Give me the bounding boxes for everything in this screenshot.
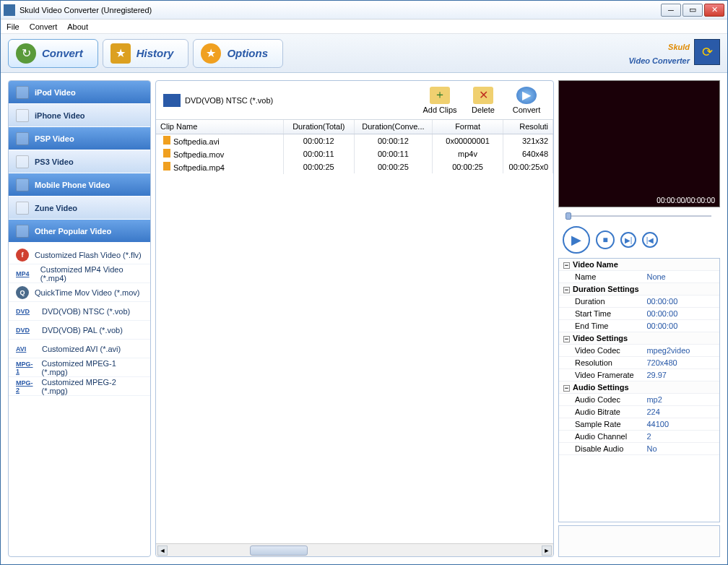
stop-button[interactable]: ■ xyxy=(596,230,615,249)
folder-plus-icon: ＋ xyxy=(430,87,450,104)
header-format[interactable]: Format xyxy=(433,120,503,134)
title-bar: Skuld Video Converter (Unregistered) ─ ▭… xyxy=(1,1,727,20)
tab-options-label: Options xyxy=(227,47,268,59)
format-item[interactable]: DVDDVD(VOB) NTSC (*.vob) xyxy=(9,302,150,321)
sidebar-category[interactable]: Mobile Phone Video xyxy=(9,173,150,197)
video-preview: 00:00:00/00:00:00 xyxy=(558,80,720,207)
property-row[interactable]: Resolution720x480 xyxy=(559,357,719,369)
clip-row[interactable]: Softpedia.mov00:00:1100:00:11mp4v640x48 xyxy=(156,147,553,160)
dvd-icon xyxy=(163,94,181,107)
brand-logo-area: Skuld Video Converter ⟳ xyxy=(628,38,720,66)
file-icon xyxy=(163,162,170,171)
format-item[interactable]: MPG-1Customized MPEG-1 (*.mpg) xyxy=(9,358,150,377)
convert-icon: ↻ xyxy=(16,43,36,64)
prev-button[interactable]: |◀ xyxy=(642,232,658,248)
property-row[interactable]: NameNone xyxy=(559,271,719,283)
property-group[interactable]: −Audio Settings xyxy=(559,381,719,394)
property-row[interactable]: Disable AudioNo xyxy=(559,443,719,455)
brand-text: Skuld Video Converter xyxy=(628,38,690,66)
collapse-icon[interactable]: − xyxy=(563,262,570,269)
scroll-left-arrow[interactable]: ◄ xyxy=(157,545,168,556)
tab-convert-label: Convert xyxy=(42,47,83,59)
device-icon xyxy=(16,225,29,238)
menu-bar: File Convert About xyxy=(1,20,727,34)
convert-button[interactable]: ▶ Convert xyxy=(507,87,546,114)
property-group[interactable]: −Video Name xyxy=(559,259,719,271)
menu-file[interactable]: File xyxy=(6,22,20,31)
header-duration-total[interactable]: Duration(Total) xyxy=(284,120,355,134)
play-button[interactable]: ▶ xyxy=(563,226,590,254)
format-item[interactable]: fCustomized Flash Video (*.flv) xyxy=(9,246,150,264)
file-icon xyxy=(163,149,170,158)
property-row[interactable]: Video Codecmpeg2video xyxy=(559,345,719,357)
clip-panel: DVD(VOB) NTSC (*.vob) ＋ Add Clips ✕ Dele… xyxy=(155,80,554,557)
window-title: Skuld Video Converter (Unregistered) xyxy=(20,6,661,14)
profile-sidebar: iPod VideoiPhone VideoPSP VideoPS3 Video… xyxy=(8,80,151,557)
delete-button[interactable]: ✕ Delete xyxy=(464,87,503,114)
property-row[interactable]: End Time00:00:00 xyxy=(559,320,719,332)
header-duration-converted[interactable]: Duration(Conve... xyxy=(355,120,433,134)
seek-knob[interactable] xyxy=(566,212,571,220)
info-box xyxy=(558,525,720,557)
maximize-button[interactable]: ▭ xyxy=(682,4,703,17)
sidebar-category[interactable]: PS3 Video xyxy=(9,150,150,173)
clip-grid-body: Softpedia.avi00:00:1200:00:120x000000013… xyxy=(156,134,553,543)
scroll-thumb[interactable] xyxy=(250,545,308,556)
tab-options[interactable]: ★ Options xyxy=(193,39,283,68)
property-row[interactable]: Audio Codecmp2 xyxy=(559,394,719,406)
history-icon: ★ xyxy=(110,43,131,64)
clip-toolbar: DVD(VOB) NTSC (*.vob) ＋ Add Clips ✕ Dele… xyxy=(156,81,553,120)
clip-row[interactable]: Softpedia.mp400:00:2500:00:2500:00:2500:… xyxy=(156,160,553,173)
property-row[interactable]: Start Time00:00:00 xyxy=(559,308,719,320)
player-controls: ▶ ■ ▶| |◀ xyxy=(558,225,720,255)
format-item[interactable]: DVDDVD(VOB) PAL (*.vob) xyxy=(9,321,150,340)
horizontal-scrollbar[interactable]: ◄ ► xyxy=(156,543,553,556)
file-icon xyxy=(163,136,170,145)
sidebar-category[interactable]: Other Popular Video xyxy=(9,220,150,243)
sidebar-category[interactable]: iPhone Video xyxy=(9,104,150,127)
property-row[interactable]: Sample Rate44100 xyxy=(559,418,719,431)
sidebar-category[interactable]: iPod Video xyxy=(9,81,150,104)
device-icon xyxy=(16,132,29,145)
format-badge-icon: DVD xyxy=(16,327,36,334)
format-list: fCustomized Flash Video (*.flv)MP4Custom… xyxy=(9,243,150,556)
convert-disc-icon: ▶ xyxy=(516,87,537,104)
header-resolution[interactable]: Resoluti xyxy=(503,120,553,134)
format-item[interactable]: AVICustomized AVI (*.avi) xyxy=(9,340,150,358)
sidebar-category[interactable]: Zune Video xyxy=(9,197,150,220)
format-badge-icon: Q xyxy=(16,286,29,299)
property-group[interactable]: −Video Settings xyxy=(559,332,719,345)
properties-grid: −Video NameNameNone−Duration SettingsDur… xyxy=(558,258,720,522)
current-profile-label: DVD(VOB) NTSC (*.vob) xyxy=(185,96,273,105)
format-item[interactable]: MPG-2Customized MPEG-2 (*.mpg) xyxy=(9,377,150,396)
format-badge-icon: AVI xyxy=(16,345,36,353)
minimize-button[interactable]: ─ xyxy=(661,4,681,17)
property-row[interactable]: Audio Channel2 xyxy=(559,431,719,443)
device-icon xyxy=(16,202,29,215)
menu-about[interactable]: About xyxy=(67,22,88,31)
tab-history[interactable]: ★ History xyxy=(103,39,189,68)
main-tabs-banner: ↻ Convert ★ History ★ Options Skuld Vide… xyxy=(1,34,727,73)
window-controls: ─ ▭ ✕ xyxy=(661,4,724,17)
sidebar-category[interactable]: PSP Video xyxy=(9,127,150,150)
tab-convert[interactable]: ↻ Convert xyxy=(8,39,98,68)
property-row[interactable]: Duration00:00:00 xyxy=(559,296,719,308)
current-profile: DVD(VOB) NTSC (*.vob) xyxy=(163,94,416,107)
scroll-right-arrow[interactable]: ► xyxy=(542,545,552,556)
clip-row[interactable]: Softpedia.avi00:00:1200:00:120x000000013… xyxy=(156,134,553,147)
seek-bar[interactable] xyxy=(561,212,717,220)
property-group[interactable]: −Duration Settings xyxy=(559,283,719,296)
collapse-icon[interactable]: − xyxy=(563,385,570,392)
collapse-icon[interactable]: − xyxy=(563,336,570,342)
property-row[interactable]: Video Framerate29.97 xyxy=(559,369,719,381)
format-item[interactable]: QQuickTime Mov Video (*.mov) xyxy=(9,283,150,302)
next-button[interactable]: ▶| xyxy=(620,232,636,248)
collapse-icon[interactable]: − xyxy=(563,287,570,293)
tab-history-label: History xyxy=(136,47,174,59)
header-clip-name[interactable]: Clip Name xyxy=(156,120,284,134)
property-row[interactable]: Audio Bitrate224 xyxy=(559,406,719,418)
add-clips-button[interactable]: ＋ Add Clips xyxy=(420,87,459,114)
menu-convert[interactable]: Convert xyxy=(30,22,58,31)
close-button[interactable]: ✕ xyxy=(704,4,724,17)
format-item[interactable]: MP4Customized MP4 Video (*.mp4) xyxy=(9,264,150,283)
